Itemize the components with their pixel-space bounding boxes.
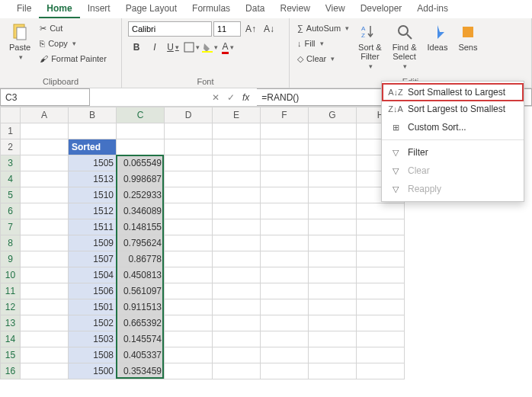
cell-D12[interactable] bbox=[165, 299, 213, 315]
select-all-corner[interactable] bbox=[1, 107, 21, 123]
cell-C9[interactable]: 0.86778 bbox=[117, 251, 165, 267]
cell-E5[interactable] bbox=[213, 187, 261, 203]
cell-A10[interactable] bbox=[21, 267, 69, 283]
cell-F6[interactable] bbox=[261, 203, 309, 219]
cell-G15[interactable] bbox=[309, 347, 357, 363]
tab-view[interactable]: View bbox=[318, 0, 353, 18]
tab-addins[interactable]: Add-ins bbox=[409, 0, 456, 18]
cell-H8[interactable] bbox=[357, 235, 405, 251]
row-header-16[interactable]: 16 bbox=[1, 363, 21, 379]
cell-G9[interactable] bbox=[309, 251, 357, 267]
col-header-G[interactable]: G bbox=[309, 107, 357, 123]
cell-D16[interactable] bbox=[165, 363, 213, 379]
cell-E9[interactable] bbox=[213, 251, 261, 267]
cell-E15[interactable] bbox=[213, 347, 261, 363]
cell-H7[interactable] bbox=[357, 219, 405, 235]
bold-button[interactable]: B bbox=[128, 40, 145, 55]
cell-A4[interactable] bbox=[21, 171, 69, 187]
cell-C1[interactable] bbox=[117, 123, 165, 139]
cell-E7[interactable] bbox=[213, 219, 261, 235]
cell-B7[interactable]: 1511 bbox=[69, 219, 117, 235]
cancel-formula-icon[interactable]: ✕ bbox=[212, 92, 220, 103]
cell-C4[interactable]: 0.998687 bbox=[117, 171, 165, 187]
cell-C13[interactable]: 0.665392 bbox=[117, 315, 165, 331]
italic-button[interactable]: I bbox=[146, 40, 163, 55]
col-header-B[interactable]: B bbox=[69, 107, 117, 123]
row-header-13[interactable]: 13 bbox=[1, 315, 21, 331]
tab-insert[interactable]: Insert bbox=[80, 0, 118, 18]
fill-button[interactable]: ↓ Fill bbox=[296, 37, 351, 50]
col-header-F[interactable]: F bbox=[261, 107, 309, 123]
cell-H9[interactable] bbox=[357, 251, 405, 267]
col-header-A[interactable]: A bbox=[21, 107, 69, 123]
cell-E12[interactable] bbox=[213, 299, 261, 315]
cell-H14[interactable] bbox=[357, 331, 405, 347]
copy-button[interactable]: ⎘ Copy bbox=[38, 37, 108, 50]
row-header-7[interactable]: 7 bbox=[1, 219, 21, 235]
sensitivity-button[interactable]: Sens bbox=[455, 21, 480, 53]
cell-E6[interactable] bbox=[213, 203, 261, 219]
cell-F13[interactable] bbox=[261, 315, 309, 331]
cell-A11[interactable] bbox=[21, 283, 69, 299]
sort-filter-button[interactable]: AZ Sort & Filter bbox=[355, 21, 385, 72]
cell-F5[interactable] bbox=[261, 187, 309, 203]
row-header-1[interactable]: 1 bbox=[1, 123, 21, 139]
cell-A13[interactable] bbox=[21, 315, 69, 331]
cell-E14[interactable] bbox=[213, 331, 261, 347]
underline-button[interactable]: U bbox=[165, 40, 181, 55]
cell-A15[interactable] bbox=[21, 347, 69, 363]
col-header-D[interactable]: D bbox=[165, 107, 213, 123]
cell-G13[interactable] bbox=[309, 315, 357, 331]
cell-C3[interactable]: 0.065549 bbox=[117, 155, 165, 171]
cell-B8[interactable]: 1509 bbox=[69, 235, 117, 251]
cell-F10[interactable] bbox=[261, 267, 309, 283]
row-header-12[interactable]: 12 bbox=[1, 299, 21, 315]
cell-H12[interactable] bbox=[357, 299, 405, 315]
cell-A1[interactable] bbox=[21, 123, 69, 139]
cell-C16[interactable]: 0.353459 bbox=[117, 363, 165, 379]
cell-H15[interactable] bbox=[357, 347, 405, 363]
row-header-15[interactable]: 15 bbox=[1, 347, 21, 363]
cell-E8[interactable] bbox=[213, 235, 261, 251]
tab-formulas[interactable]: Formulas bbox=[184, 0, 238, 18]
cell-A16[interactable] bbox=[21, 363, 69, 379]
cell-D11[interactable] bbox=[165, 283, 213, 299]
cell-A5[interactable] bbox=[21, 187, 69, 203]
cell-G6[interactable] bbox=[309, 203, 357, 219]
cell-D10[interactable] bbox=[165, 267, 213, 283]
tab-data[interactable]: Data bbox=[238, 0, 272, 18]
filter-item[interactable]: ▽ Filter bbox=[382, 143, 524, 162]
cell-F9[interactable] bbox=[261, 251, 309, 267]
fill-color-button[interactable] bbox=[201, 40, 218, 55]
font-name-select[interactable] bbox=[128, 21, 212, 37]
cell-C2[interactable] bbox=[117, 139, 165, 155]
cell-F12[interactable] bbox=[261, 299, 309, 315]
cell-D14[interactable] bbox=[165, 331, 213, 347]
cell-C8[interactable]: 0.795624 bbox=[117, 235, 165, 251]
row-header-10[interactable]: 10 bbox=[1, 267, 21, 283]
clear-button[interactable]: ◇ Clear bbox=[296, 52, 351, 66]
cell-A14[interactable] bbox=[21, 331, 69, 347]
row-header-6[interactable]: 6 bbox=[1, 203, 21, 219]
cell-C10[interactable]: 0.450813 bbox=[117, 267, 165, 283]
custom-sort[interactable]: ⊞ Custom Sort... bbox=[382, 118, 524, 136]
cell-D7[interactable] bbox=[165, 219, 213, 235]
cell-F16[interactable] bbox=[261, 363, 309, 379]
col-header-C[interactable]: C bbox=[117, 107, 165, 123]
row-header-8[interactable]: 8 bbox=[1, 235, 21, 251]
paste-button[interactable]: Paste bbox=[6, 21, 34, 62]
tab-file[interactable]: File bbox=[9, 0, 39, 18]
row-header-5[interactable]: 5 bbox=[1, 187, 21, 203]
cell-B10[interactable]: 1504 bbox=[69, 267, 117, 283]
cell-F2[interactable] bbox=[261, 139, 309, 155]
cell-G4[interactable] bbox=[309, 171, 357, 187]
cell-H6[interactable] bbox=[357, 203, 405, 219]
increase-font-icon[interactable]: A↑ bbox=[242, 21, 259, 37]
font-size-select[interactable] bbox=[213, 21, 241, 37]
cell-C5[interactable]: 0.252933 bbox=[117, 187, 165, 203]
name-box[interactable]: C3 bbox=[0, 88, 90, 106]
cell-B2[interactable]: Sorted bbox=[69, 139, 117, 155]
cell-D9[interactable] bbox=[165, 251, 213, 267]
cell-B4[interactable]: 1513 bbox=[69, 171, 117, 187]
cell-C11[interactable]: 0.561097 bbox=[117, 283, 165, 299]
